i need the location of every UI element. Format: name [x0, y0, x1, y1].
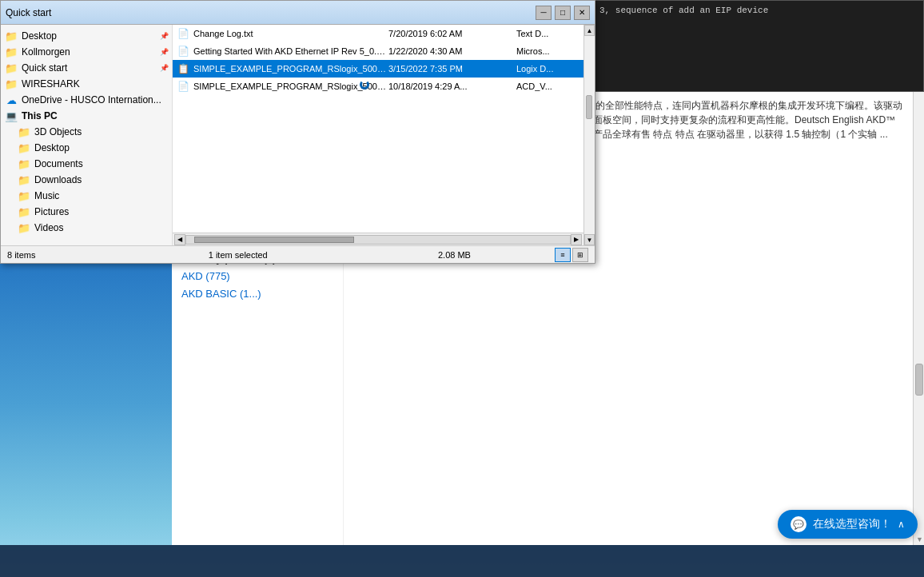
file-row-simple-acd-v20[interactable]: 📄 SIMPLE_EXAMPLE_PROGRAM_RSlogix_5000 Ve… [173, 78, 583, 95]
pin-icon: 📌 [160, 48, 169, 56]
file-explorer-window: Quick start ─ □ ✕ 📁 Desktop 📌 📁 Kollmorg… [0, 0, 595, 264]
sidebar-label-desktop: Desktop [22, 30, 57, 42]
item-count: 8 items [7, 250, 35, 260]
titlebar-controls: ─ □ ✕ [536, 6, 590, 20]
scroll-up-button[interactable]: ▲ [584, 25, 595, 36]
sidebar-item-quickstart[interactable]: 📁 Quick start 📌 [1, 60, 172, 76]
close-button[interactable]: ✕ [574, 6, 590, 20]
tiles-view-button[interactable]: ⊞ [572, 248, 588, 262]
web-scrollbar-thumb[interactable] [915, 364, 923, 396]
folder-icon: 📁 [17, 157, 31, 170]
txt-file-icon: 📄 [176, 26, 190, 41]
pin-icon: 📌 [160, 32, 169, 40]
scroll-left-button[interactable]: ◀ [174, 234, 185, 245]
file-row-simple-acd[interactable]: 📋 SIMPLE_EXAMPLE_PROGRAM_RSlogix_5000 Ve… [173, 60, 583, 78]
selected-count: 1 item selected [209, 250, 268, 260]
file-type: Logix D... [516, 64, 580, 74]
sidebar-link-akd[interactable]: AKD (775) [181, 269, 333, 284]
folder-icon: 📁 [17, 125, 31, 138]
folder-icon: 📁 [4, 62, 18, 74]
sidebar-label-documents: Documents [34, 158, 83, 169]
sidebar-label-desktop2: Desktop [34, 142, 70, 153]
chat-bubble-icon: 💬 [791, 516, 807, 532]
loading-cursor [360, 80, 376, 96]
horizontal-scrollbar-area: ◀ ▶ [173, 233, 583, 245]
folder-icon: 📁 [17, 205, 31, 218]
sidebar-label-videos: Videos [34, 222, 63, 233]
details-view-button[interactable]: ≡ [555, 248, 571, 262]
sidebar-item-onedrive[interactable]: ☁ OneDrive - HUSCO Internation... [1, 92, 172, 108]
chat-widget-label: 在线选型咨询！ [813, 517, 891, 531]
acd-file-icon: 📋 [176, 62, 190, 76]
scroll-right-button[interactable]: ▶ [571, 234, 582, 245]
file-list: 📄 Change Log.txt 7/20/2019 6:02 AM Text … [173, 25, 583, 233]
sidebar-item-3dobjects[interactable]: 📁 3D Objects [1, 124, 172, 140]
sidebar-label-pictures: Pictures [34, 206, 69, 217]
horizontal-scrollbar[interactable] [185, 235, 571, 245]
folder-icon: 📁 [17, 141, 31, 154]
web-vertical-scrollbar[interactable]: ▼ [913, 92, 924, 545]
vertical-scrollbar[interactable]: ▲ ▼ [583, 25, 595, 245]
file-explorer-body: 📁 Desktop 📌 📁 Kollmorgen 📌 📁 Quick start… [1, 25, 595, 245]
sidebar-label-quickstart: Quick start [22, 62, 67, 74]
taskbar [0, 545, 924, 577]
file-explorer-titlebar: Quick start ─ □ ✕ [1, 1, 595, 25]
sidebar-item-desktop2[interactable]: 📁 Desktop [1, 140, 172, 156]
scrollbar-track[interactable] [584, 36, 595, 234]
onedrive-icon: ☁ [4, 94, 18, 106]
sidebar-label-3dobjects: 3D Objects [34, 126, 82, 137]
sidebar-item-desktop[interactable]: 📁 Desktop 📌 [1, 28, 172, 44]
maximize-button[interactable]: □ [555, 6, 571, 20]
file-type: Micros... [516, 46, 580, 56]
sidebar-label-thispc: This PC [22, 110, 58, 121]
sidebar-link-akd-basic[interactable]: AKD BASIC (1...) [181, 287, 333, 301]
folder-icon: 📁 [4, 78, 18, 90]
acd-file-icon: 📄 [176, 79, 190, 94]
scroll-right-arrow[interactable]: ▶ [571, 234, 582, 245]
minimize-button[interactable]: ─ [536, 6, 552, 20]
view-buttons: ≡ ⊞ [555, 248, 588, 262]
file-explorer-title: Quick start [6, 7, 536, 18]
chat-widget[interactable]: 💬 在线选型咨询！ ∧ [778, 510, 918, 539]
file-name: Change Log.txt [193, 29, 388, 38]
sidebar-item-thispc[interactable]: 💻 This PC [1, 108, 172, 124]
sidebar-item-music[interactable]: 📁 Music [1, 188, 172, 204]
scroll-down-indicator[interactable]: ▼ [916, 535, 923, 543]
sidebar-label-kollmorgen: Kollmorgen [22, 46, 70, 58]
sidebar-label-onedrive: OneDrive - HUSCO Internation... [22, 94, 161, 105]
sidebar-item-documents[interactable]: 📁 Documents [1, 156, 172, 172]
pc-icon: 💻 [4, 109, 18, 122]
scrollbar-thumb[interactable] [586, 95, 592, 119]
file-name: Getting Started With AKD Ethernet IP Rev… [193, 46, 388, 56]
scroll-left-arrow[interactable]: ◀ [174, 234, 185, 245]
text-editor-window: 3, sequence of add an EIP device [592, 0, 924, 92]
sidebar-label-downloads: Downloads [34, 174, 82, 185]
file-date: 10/18/2019 4:29 A... [388, 82, 516, 91]
folder-icon: 📁 [17, 189, 31, 202]
sidebar-item-videos[interactable]: 📁 Videos [1, 220, 172, 236]
folder-icon: 📁 [17, 221, 31, 234]
file-size: 2.08 MB [438, 250, 471, 260]
file-type: ACD_V... [516, 82, 580, 91]
sidebar-item-pictures[interactable]: 📁 Pictures [1, 204, 172, 220]
chat-chevron-icon: ∧ [898, 519, 905, 530]
file-row-changelog[interactable]: 📄 Change Log.txt 7/20/2019 6:02 AM Text … [173, 25, 583, 42]
sidebar-item-wireshark[interactable]: 📁 WIRESHARK [1, 76, 172, 92]
file-row-gettingstarted[interactable]: 📄 Getting Started With AKD Ethernet IP R… [173, 42, 583, 60]
sidebar-item-downloads[interactable]: 📁 Downloads [1, 172, 172, 188]
folder-icon: 📁 [17, 173, 31, 186]
spinner [360, 80, 369, 90]
sidebar-label-wireshark: WIRESHARK [22, 78, 80, 90]
sidebar-item-kollmorgen[interactable]: 📁 Kollmorgen 📌 [1, 44, 172, 60]
scrollbar-thumb[interactable] [194, 237, 354, 243]
scroll-down-button[interactable]: ▼ [584, 234, 595, 245]
sidebar-label-music: Music [34, 190, 59, 201]
folder-icon: 📁 [4, 46, 18, 58]
doc-file-icon: 📄 [176, 44, 190, 58]
file-date: 1/22/2020 4:30 AM [388, 46, 516, 56]
file-date: 3/15/2022 7:35 PM [388, 64, 516, 74]
file-explorer-sidebar: 📁 Desktop 📌 📁 Kollmorgen 📌 📁 Quick start… [1, 25, 173, 245]
file-type: Text D... [516, 29, 580, 38]
file-name: SIMPLE_EXAMPLE_PROGRAM_RSlogix_5000 Ver … [193, 64, 388, 74]
pin-icon: 📌 [160, 64, 169, 72]
